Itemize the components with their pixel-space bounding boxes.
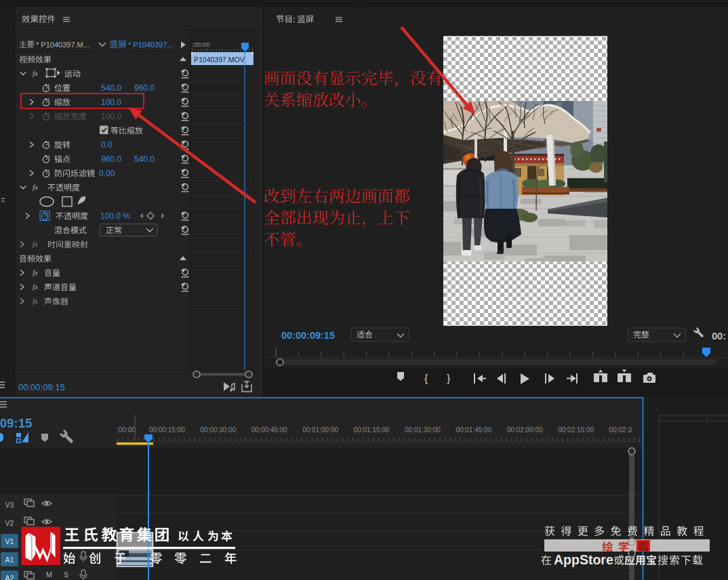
svg-text:00:02:00:00: 00:02:00:00 [507, 426, 543, 434]
svg-text:V1: V1 [5, 537, 14, 545]
svg-text:0.00: 0.00 [99, 169, 115, 178]
svg-text:P1040397.MOV: P1040397.MOV [194, 56, 245, 64]
svg-text:V3: V3 [5, 501, 14, 509]
svg-text:00:01:15:00: 00:01:15:00 [354, 426, 390, 434]
svg-text:100.0: 100.0 [101, 98, 121, 107]
svg-text:* P1040397...: * P1040397... [128, 41, 174, 49]
svg-text:fx: fx [33, 183, 38, 191]
svg-text:00:00:15:00: 00:00:15:00 [149, 426, 185, 434]
svg-text:* P1040397.M...: * P1040397.M... [36, 41, 89, 49]
svg-text:A2: A2 [5, 574, 14, 580]
svg-text:960.0: 960.0 [101, 154, 121, 164]
svg-text:AppStore: AppStore [554, 552, 613, 567]
svg-text:fx: fx [33, 69, 38, 77]
svg-text:00:01:45:00: 00:01:45:00 [456, 426, 491, 434]
svg-text:00:00:30:00: 00:00:30:00 [200, 426, 236, 434]
svg-text:fx: fx [33, 283, 38, 291]
svg-text:00:00:09:15: 00:00:09:15 [18, 382, 65, 392]
svg-text:00:01:30:00: 00:01:30:00 [405, 426, 441, 434]
svg-text:100.0: 100.0 [101, 112, 121, 121]
svg-text:}: } [447, 373, 451, 384]
svg-text:00:02:3: 00:02:3 [609, 426, 632, 434]
svg-text:{: { [424, 373, 428, 384]
svg-text:A1: A1 [5, 556, 14, 564]
svg-text:00:02:15:00: 00:02:15:00 [558, 426, 594, 434]
svg-text:fx: fx [33, 240, 38, 248]
svg-text::00:00: :00:00 [192, 41, 209, 48]
svg-text::00:00: :00:00 [117, 426, 136, 434]
svg-text:960.0: 960.0 [134, 83, 155, 93]
svg-text:00:: 00: [712, 331, 726, 341]
svg-text:S: S [64, 571, 68, 579]
svg-text:fx: fx [33, 268, 38, 276]
svg-text:00:00:45:00: 00:00:45:00 [251, 426, 287, 434]
svg-text:00:00:09:15: 00:00:09:15 [281, 330, 335, 341]
svg-text:540.0: 540.0 [101, 83, 121, 93]
svg-text:540.0: 540.0 [134, 154, 155, 164]
svg-text:09:15: 09:15 [0, 417, 33, 430]
svg-text:0.0: 0.0 [101, 140, 113, 150]
svg-text:100.0 %: 100.0 % [100, 211, 130, 221]
svg-text:M: M [46, 571, 52, 579]
svg-text:00:01:00:00: 00:01:00:00 [302, 426, 338, 434]
svg-text:V2: V2 [5, 519, 14, 527]
svg-text:fx: fx [33, 297, 38, 305]
